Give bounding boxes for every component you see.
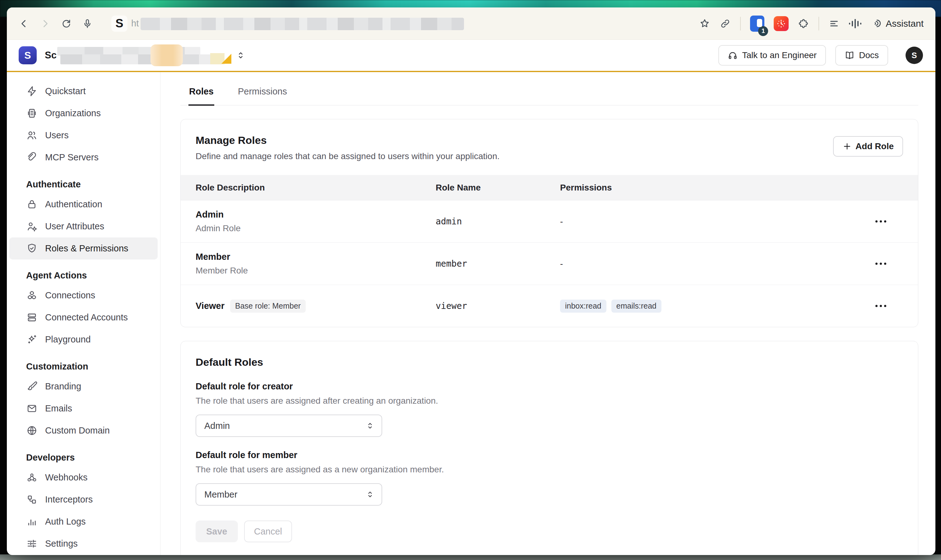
column-permissions: Permissions <box>560 183 856 193</box>
tab-roles[interactable]: Roles <box>188 86 214 105</box>
bookmark-star-icon[interactable] <box>699 18 710 29</box>
copy-link-icon[interactable] <box>720 18 731 29</box>
sidebar-section-customization: Customization <box>7 357 160 375</box>
docs-button[interactable]: Docs <box>835 45 888 66</box>
app-header: S Sc Talk to an Engineer Docs S <box>7 40 935 71</box>
back-icon[interactable] <box>19 18 29 29</box>
chevrons-up-down-icon <box>236 50 246 60</box>
member-role-select[interactable]: Member <box>196 483 382 506</box>
headphones-icon <box>728 50 737 60</box>
shield-check-icon <box>26 243 38 254</box>
warning-triangle-icon <box>221 54 231 64</box>
sidebar-item-connections[interactable]: Connections <box>9 285 158 306</box>
site-favicon: S <box>111 15 128 32</box>
users-icon <box>26 129 38 141</box>
desktop-wallpaper-bottom <box>0 554 941 560</box>
permission-chip: inbox:read <box>560 300 606 312</box>
save-button[interactable]: Save <box>196 520 238 542</box>
plus-icon <box>842 142 852 151</box>
sidebar: Quickstart Organizations Users MCP Serve… <box>7 72 160 555</box>
extension-badge: 1 <box>758 26 768 36</box>
workspace-name: Sc <box>45 50 57 61</box>
manage-roles-description: Define and manage roles that can be assi… <box>196 151 500 161</box>
table-row-admin: Admin Admin Role admin - <box>180 200 918 242</box>
mcp-icon <box>26 152 38 163</box>
main-content: Roles Permissions Manage Roles Define an… <box>160 72 935 555</box>
sidebar-item-branding[interactable]: Branding <box>9 375 158 397</box>
permissions-empty: - <box>560 217 856 226</box>
tab-permissions[interactable]: Permissions <box>237 86 288 105</box>
sidebar-item-user-attributes[interactable]: User Attributes <box>9 215 158 237</box>
boxes-icon <box>26 290 38 301</box>
forward-icon[interactable] <box>40 18 50 29</box>
reader-lines-icon[interactable] <box>828 18 840 29</box>
role-title: Admin <box>196 209 436 220</box>
role-name: member <box>436 258 560 269</box>
sidebar-section-agent-actions: Agent Actions <box>7 266 160 285</box>
clock-extension-icon[interactable] <box>774 16 788 31</box>
base-role-badge: Base role: Member <box>230 300 306 312</box>
sidebar-item-users[interactable]: Users <box>9 124 158 146</box>
url-text[interactable]: ht <box>131 18 139 29</box>
row-actions-menu[interactable] <box>871 258 891 269</box>
extensions-puzzle-icon[interactable] <box>798 18 809 29</box>
sidebar-item-connected-accounts[interactable]: Connected Accounts <box>9 306 158 328</box>
password-extension-icon[interactable]: 1 <box>750 15 764 32</box>
sidebar-item-playground[interactable]: Playground <box>9 328 158 351</box>
zap-icon <box>26 85 38 97</box>
table-row-member: Member Member Role member - <box>180 242 918 285</box>
column-role-name: Role Name <box>436 183 560 193</box>
chevrons-up-down-icon <box>366 490 375 499</box>
sidebar-item-interceptors[interactable]: Interceptors <box>9 489 158 511</box>
chevrons-up-down-icon <box>366 421 375 431</box>
sidebar-item-auth-logs[interactable]: Auth Logs <box>9 511 158 533</box>
add-role-button[interactable]: Add Role <box>833 136 903 157</box>
globe-icon <box>26 425 38 436</box>
toolbar-divider <box>819 17 819 31</box>
cancel-button[interactable]: Cancel <box>244 520 292 542</box>
assistant-button[interactable]: Assistant <box>871 18 924 29</box>
voice-waveform-icon[interactable] <box>849 19 861 28</box>
default-roles-card: Default Roles Default role for creator T… <box>180 341 918 555</box>
table-row-viewer: Viewer Base role: Member viewer inbox:re… <box>180 285 918 327</box>
browser-toolbar: S ht 1 Assistant <box>7 8 935 40</box>
microphone-icon[interactable] <box>82 18 93 29</box>
sidebar-item-custom-domain[interactable]: Custom Domain <box>9 420 158 442</box>
browser-window: S ht 1 Assistant S <box>7 8 935 555</box>
sidebar-item-authentication[interactable]: Authentication <box>9 193 158 215</box>
interceptors-icon <box>26 494 38 505</box>
sidebar-item-roles-permissions[interactable]: Roles & Permissions <box>9 237 158 260</box>
manage-roles-card: Manage Roles Define and manage roles tha… <box>180 119 918 327</box>
creator-role-label: Default role for creator <box>196 381 903 392</box>
roles-table-header: Role Description Role Name Permissions <box>180 175 918 200</box>
column-role-description: Role Description <box>196 183 436 193</box>
assistant-ear-icon <box>871 18 882 29</box>
sidebar-item-mcp-servers[interactable]: MCP Servers <box>9 146 158 168</box>
creator-role-select[interactable]: Admin <box>196 415 382 437</box>
workspace-selector[interactable]: Sc <box>45 46 246 64</box>
role-title: Viewer <box>196 301 225 311</box>
user-avatar[interactable]: S <box>906 47 923 64</box>
reload-icon[interactable] <box>61 18 71 29</box>
sidebar-item-quickstart[interactable]: Quickstart <box>9 80 158 102</box>
assistant-label: Assistant <box>885 18 924 29</box>
role-name: admin <box>436 216 560 226</box>
sidebar-item-settings[interactable]: Settings <box>9 533 158 555</box>
webhook-icon <box>26 472 38 483</box>
row-actions-menu[interactable] <box>871 216 891 227</box>
book-icon <box>845 50 855 60</box>
member-role-label: Default role for member <box>196 450 903 460</box>
tab-bar: Roles Permissions <box>180 86 918 105</box>
sidebar-item-webhooks[interactable]: Webhooks <box>9 466 158 489</box>
talk-to-engineer-button[interactable]: Talk to an Engineer <box>718 45 826 66</box>
sidebar-item-emails[interactable]: Emails <box>9 397 158 420</box>
sliders-icon <box>26 538 38 549</box>
permission-chip: emails:read <box>611 300 662 312</box>
row-actions-menu[interactable] <box>871 300 891 311</box>
paintbrush-icon <box>26 381 38 392</box>
organization-icon <box>26 108 38 119</box>
sidebar-item-organizations[interactable]: Organizations <box>9 102 158 124</box>
redacted-url <box>140 18 464 30</box>
permissions-empty: - <box>560 259 856 269</box>
mail-icon <box>26 403 38 414</box>
